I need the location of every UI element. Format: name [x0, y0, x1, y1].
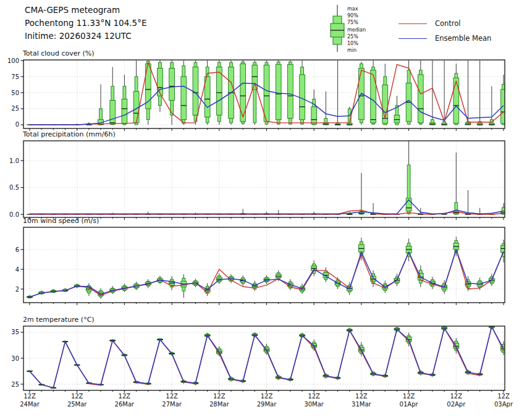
svg-text:25: 25 [11, 381, 19, 388]
x-tick-label: 12Z03Apr [485, 393, 519, 408]
svg-text:50: 50 [11, 90, 19, 96]
svg-text:100: 100 [7, 57, 19, 64]
svg-text:0.5: 0.5 [9, 184, 19, 191]
svg-text:75: 75 [11, 74, 19, 80]
svg-text:0.0: 0.0 [9, 211, 19, 218]
meteogram-page: { "header": { "title": "CMA-GEPS meteogr… [0, 0, 519, 420]
x-tick-label: 12Z02Apr [437, 393, 475, 408]
x-tick-label: 12Z24Mar [11, 393, 48, 408]
x-tick-label: 12Z25Mar [59, 393, 96, 408]
meteogram-canvas: 02550751000.00.51.0246253035 [0, 0, 519, 420]
svg-text:2: 2 [15, 286, 19, 293]
x-tick-label: 12Z27Mar [153, 393, 190, 408]
svg-text:0: 0 [15, 121, 19, 128]
svg-text:1.0: 1.0 [9, 158, 19, 164]
svg-text:6: 6 [15, 246, 19, 253]
x-tick-label: 12Z28Mar [201, 393, 238, 408]
svg-text:35: 35 [11, 329, 19, 335]
x-tick-label: 12Z29Mar [248, 393, 285, 408]
svg-text:4: 4 [15, 266, 19, 273]
x-tick-label: 12Z01Apr [390, 393, 428, 408]
svg-text:25: 25 [11, 105, 19, 112]
x-tick-label: 12Z31Mar [343, 393, 380, 408]
svg-text:30: 30 [11, 355, 19, 362]
x-tick-label: 12Z26Mar [106, 393, 143, 408]
x-tick-label: 12Z30Mar [295, 393, 332, 408]
